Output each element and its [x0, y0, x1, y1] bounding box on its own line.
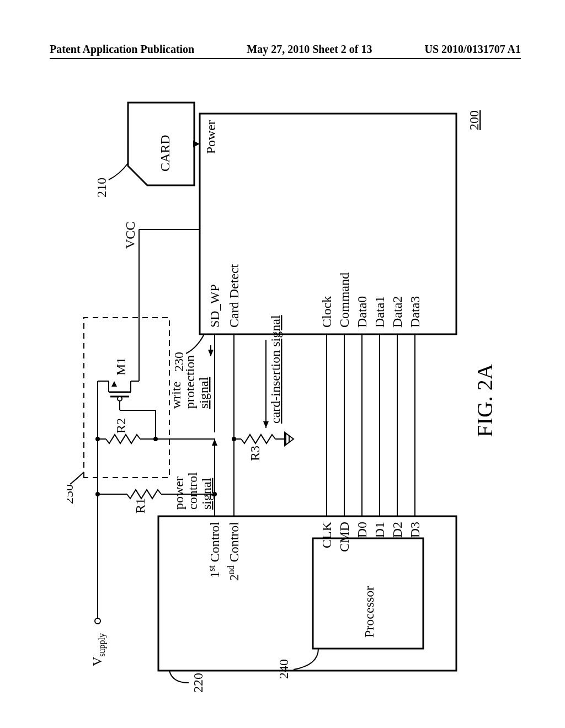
socket-pin-command: Command	[337, 272, 351, 328]
card-label: CARD	[158, 135, 172, 172]
power-block	[84, 318, 169, 478]
svg-marker-31	[208, 350, 214, 356]
socket-pin-data2: Data2	[390, 296, 404, 328]
pmos-m1	[98, 381, 139, 410]
svg-marker-18	[111, 381, 117, 387]
page-header: Patent Application Publication May 27, 2…	[50, 43, 521, 59]
host-pin-d2: D2	[390, 522, 404, 538]
sig-pcs-1: power	[172, 477, 186, 510]
leader-220	[169, 671, 189, 683]
socket-pin-clock: Clock	[319, 296, 334, 328]
host-pin-2nd-control: 2nd Control	[226, 522, 241, 581]
resistor-r2	[98, 435, 156, 443]
resistor-r3	[234, 432, 294, 446]
socket-pin-power: Power	[204, 120, 218, 154]
r3-label: R3	[248, 446, 262, 461]
svg-point-22	[153, 437, 158, 441]
r2-label: R2	[114, 418, 128, 433]
host-pin-d0: D0	[355, 522, 369, 538]
svg-marker-1	[193, 141, 200, 147]
figure-2a: 220 Processor 240 1st Control 2nd Contro…	[67, 92, 498, 709]
host-pin-d3: D3	[408, 522, 422, 538]
host-pin-clk: CLK	[319, 521, 334, 548]
socket-pin-data0: Data0	[355, 296, 369, 328]
host-pin-cmd: CMD	[337, 522, 351, 552]
card-ref: 210	[94, 178, 109, 197]
sig-wp-3: signal	[196, 377, 211, 409]
sig-pcs-2: control	[185, 472, 200, 510]
svg-point-7	[95, 437, 100, 441]
sig-cins: card-insertion signal	[268, 315, 282, 424]
svg-point-17	[118, 397, 122, 401]
socket-pin-sdwp: SD_WP	[207, 284, 222, 328]
svg-marker-29	[212, 432, 217, 439]
socket-pin-data1: Data1	[372, 296, 387, 328]
r1-label: R1	[133, 498, 147, 513]
header-right: US 2010/0131707 A1	[425, 43, 521, 56]
socket-pin-data3: Data3	[408, 296, 422, 328]
leader-210	[109, 163, 128, 180]
vsupply-terminal	[95, 618, 100, 624]
figure-caption: FIG. 2A	[472, 363, 497, 437]
host-ref: 220	[191, 673, 205, 693]
sig-wp-1: write	[169, 382, 183, 409]
svg-marker-27	[212, 439, 217, 446]
svg-point-4	[95, 492, 100, 496]
processor-ref: 240	[276, 659, 291, 679]
sig-pcs-3: signal	[199, 478, 214, 510]
host-pin-d1: D1	[372, 522, 387, 538]
vcc-label: VCC	[123, 222, 137, 249]
processor-label: Processor	[362, 586, 376, 638]
sig-wp-2: protection	[183, 355, 197, 409]
leader-240	[294, 649, 318, 670]
host-block	[158, 516, 456, 671]
m1-label: M1	[114, 357, 128, 376]
socket-pin-cd: Card Detect	[227, 264, 241, 328]
vsupply-label: Vsupply	[90, 633, 107, 666]
power-block-ref: 250	[67, 484, 76, 504]
system-ref: 200	[467, 110, 481, 130]
host-pin-1st-control: 1st Control	[207, 522, 222, 578]
leader-230	[186, 334, 204, 354]
header-center: May 27, 2010 Sheet 2 of 13	[247, 43, 372, 56]
header-left: Patent Application Publication	[50, 43, 194, 56]
